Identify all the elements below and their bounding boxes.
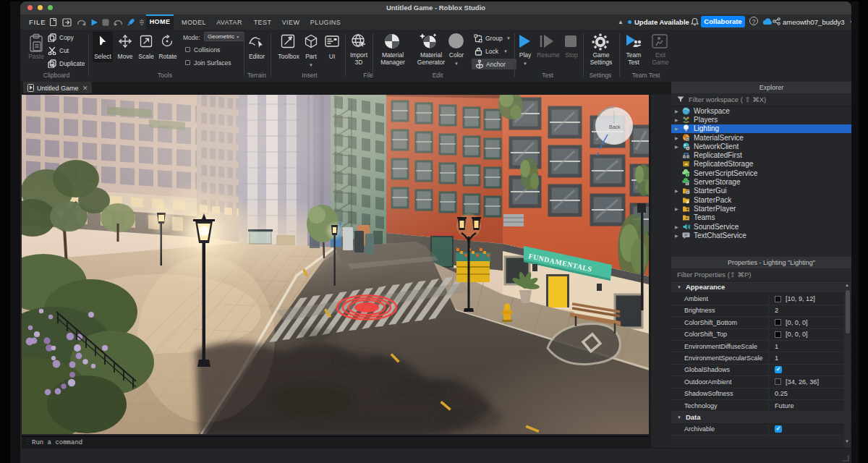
svg-text:z: z <box>596 150 599 157</box>
svg-text:Back: Back <box>609 124 621 129</box>
